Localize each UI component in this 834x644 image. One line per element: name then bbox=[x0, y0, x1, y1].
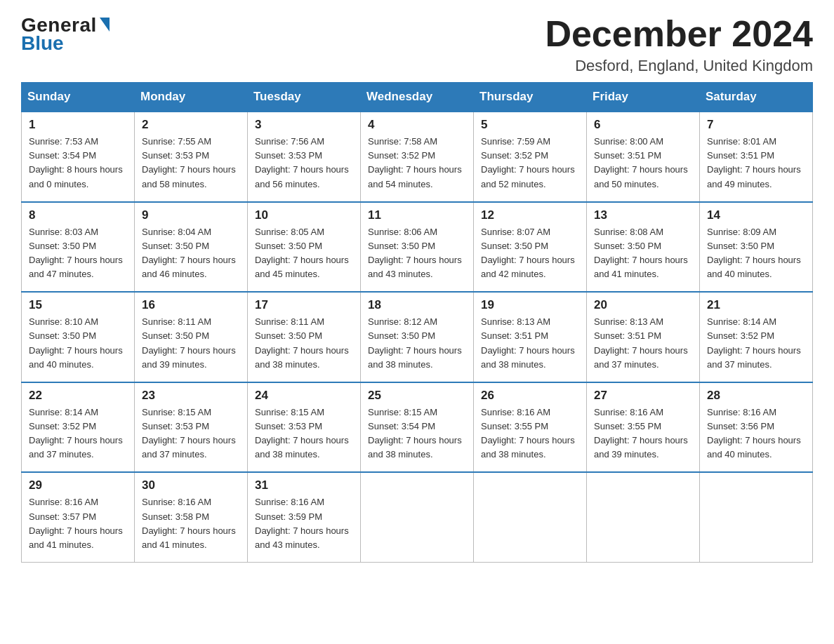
day-number: 1 bbox=[29, 118, 127, 132]
day-info: Sunrise: 8:16 AMSunset: 3:55 PMDaylight:… bbox=[594, 407, 688, 459]
month-title: December 2024 bbox=[545, 14, 813, 54]
calendar-header-wednesday: Wednesday bbox=[361, 83, 474, 112]
calendar-week-row: 29 Sunrise: 8:16 AMSunset: 3:57 PMDaylig… bbox=[22, 472, 813, 562]
calendar-day-cell: 10 Sunrise: 8:05 AMSunset: 3:50 PMDaylig… bbox=[248, 202, 361, 293]
location-title: Desford, England, United Kingdom bbox=[545, 57, 813, 75]
day-info: Sunrise: 8:15 AMSunset: 3:53 PMDaylight:… bbox=[142, 407, 236, 459]
calendar-day-cell: 1 Sunrise: 7:53 AMSunset: 3:54 PMDayligh… bbox=[22, 112, 135, 202]
calendar-day-cell: 12 Sunrise: 8:07 AMSunset: 3:50 PMDaylig… bbox=[474, 202, 587, 293]
day-number: 12 bbox=[481, 208, 579, 222]
calendar-day-cell: 8 Sunrise: 8:03 AMSunset: 3:50 PMDayligh… bbox=[22, 202, 135, 293]
calendar-day-cell: 27 Sunrise: 8:16 AMSunset: 3:55 PMDaylig… bbox=[587, 382, 700, 473]
calendar-day-cell: 31 Sunrise: 8:16 AMSunset: 3:59 PMDaylig… bbox=[248, 472, 361, 562]
calendar-day-cell: 24 Sunrise: 8:15 AMSunset: 3:53 PMDaylig… bbox=[248, 382, 361, 473]
calendar-day-cell bbox=[474, 472, 587, 562]
day-number: 4 bbox=[368, 118, 466, 132]
calendar-week-row: 1 Sunrise: 7:53 AMSunset: 3:54 PMDayligh… bbox=[22, 112, 813, 202]
calendar-header-friday: Friday bbox=[587, 83, 700, 112]
day-info: Sunrise: 8:01 AMSunset: 3:51 PMDaylight:… bbox=[707, 136, 801, 189]
logo-triangle-icon bbox=[100, 18, 110, 32]
calendar-day-cell: 28 Sunrise: 8:16 AMSunset: 3:56 PMDaylig… bbox=[700, 382, 813, 473]
day-info: Sunrise: 7:58 AMSunset: 3:52 PMDaylight:… bbox=[368, 136, 462, 189]
day-info: Sunrise: 8:14 AMSunset: 3:52 PMDaylight:… bbox=[29, 407, 123, 459]
day-number: 26 bbox=[481, 389, 579, 403]
calendar-day-cell: 25 Sunrise: 8:15 AMSunset: 3:54 PMDaylig… bbox=[361, 382, 474, 473]
day-info: Sunrise: 8:14 AMSunset: 3:52 PMDaylight:… bbox=[707, 316, 801, 369]
calendar-day-cell: 20 Sunrise: 8:13 AMSunset: 3:51 PMDaylig… bbox=[587, 292, 700, 382]
day-number: 15 bbox=[29, 298, 127, 312]
day-number: 10 bbox=[255, 208, 353, 222]
calendar-day-cell: 13 Sunrise: 8:08 AMSunset: 3:50 PMDaylig… bbox=[587, 202, 700, 293]
day-info: Sunrise: 8:09 AMSunset: 3:50 PMDaylight:… bbox=[707, 227, 801, 279]
day-info: Sunrise: 8:03 AMSunset: 3:50 PMDaylight:… bbox=[29, 227, 123, 279]
day-number: 16 bbox=[142, 298, 240, 312]
day-number: 20 bbox=[594, 298, 692, 312]
day-info: Sunrise: 8:12 AMSunset: 3:50 PMDaylight:… bbox=[368, 316, 462, 369]
day-number: 11 bbox=[368, 208, 466, 222]
logo: General Blue bbox=[21, 14, 110, 55]
day-info: Sunrise: 7:53 AMSunset: 3:54 PMDaylight:… bbox=[29, 136, 123, 189]
calendar-day-cell: 16 Sunrise: 8:11 AMSunset: 3:50 PMDaylig… bbox=[135, 292, 248, 382]
calendar-day-cell: 4 Sunrise: 7:58 AMSunset: 3:52 PMDayligh… bbox=[361, 112, 474, 202]
calendar-day-cell: 3 Sunrise: 7:56 AMSunset: 3:53 PMDayligh… bbox=[248, 112, 361, 202]
day-info: Sunrise: 8:08 AMSunset: 3:50 PMDaylight:… bbox=[594, 227, 688, 279]
day-info: Sunrise: 8:15 AMSunset: 3:53 PMDaylight:… bbox=[255, 407, 349, 459]
day-info: Sunrise: 8:13 AMSunset: 3:51 PMDaylight:… bbox=[594, 316, 688, 369]
day-number: 9 bbox=[142, 208, 240, 222]
day-info: Sunrise: 8:06 AMSunset: 3:50 PMDaylight:… bbox=[368, 227, 462, 279]
day-number: 19 bbox=[481, 298, 579, 312]
day-info: Sunrise: 8:16 AMSunset: 3:59 PMDaylight:… bbox=[255, 497, 349, 549]
calendar-day-cell: 19 Sunrise: 8:13 AMSunset: 3:51 PMDaylig… bbox=[474, 292, 587, 382]
calendar-day-cell: 2 Sunrise: 7:55 AMSunset: 3:53 PMDayligh… bbox=[135, 112, 248, 202]
calendar-header-thursday: Thursday bbox=[474, 83, 587, 112]
day-number: 30 bbox=[142, 478, 240, 492]
calendar-day-cell: 21 Sunrise: 8:14 AMSunset: 3:52 PMDaylig… bbox=[700, 292, 813, 382]
day-number: 7 bbox=[707, 118, 805, 132]
day-info: Sunrise: 8:13 AMSunset: 3:51 PMDaylight:… bbox=[481, 316, 575, 369]
day-number: 8 bbox=[29, 208, 127, 222]
calendar-day-cell: 6 Sunrise: 8:00 AMSunset: 3:51 PMDayligh… bbox=[587, 112, 700, 202]
logo-blue: Blue bbox=[21, 32, 64, 55]
calendar-day-cell: 26 Sunrise: 8:16 AMSunset: 3:55 PMDaylig… bbox=[474, 382, 587, 473]
day-info: Sunrise: 8:05 AMSunset: 3:50 PMDaylight:… bbox=[255, 227, 349, 279]
calendar-week-row: 22 Sunrise: 8:14 AMSunset: 3:52 PMDaylig… bbox=[22, 382, 813, 473]
day-number: 21 bbox=[707, 298, 805, 312]
page-header: General Blue December 2024 Desford, Engl… bbox=[21, 14, 813, 75]
day-info: Sunrise: 8:11 AMSunset: 3:50 PMDaylight:… bbox=[142, 316, 236, 369]
day-number: 24 bbox=[255, 389, 353, 403]
day-number: 2 bbox=[142, 118, 240, 132]
calendar-header-row: SundayMondayTuesdayWednesdayThursdayFrid… bbox=[22, 83, 813, 112]
calendar-header-tuesday: Tuesday bbox=[248, 83, 361, 112]
calendar-day-cell: 30 Sunrise: 8:16 AMSunset: 3:58 PMDaylig… bbox=[135, 472, 248, 562]
day-number: 25 bbox=[368, 389, 466, 403]
calendar-day-cell: 18 Sunrise: 8:12 AMSunset: 3:50 PMDaylig… bbox=[361, 292, 474, 382]
calendar-header-saturday: Saturday bbox=[700, 83, 813, 112]
calendar-day-cell: 14 Sunrise: 8:09 AMSunset: 3:50 PMDaylig… bbox=[700, 202, 813, 293]
calendar-day-cell: 29 Sunrise: 8:16 AMSunset: 3:57 PMDaylig… bbox=[22, 472, 135, 562]
calendar-table: SundayMondayTuesdayWednesdayThursdayFrid… bbox=[21, 82, 813, 563]
day-number: 17 bbox=[255, 298, 353, 312]
calendar-header-sunday: Sunday bbox=[22, 83, 135, 112]
day-info: Sunrise: 8:00 AMSunset: 3:51 PMDaylight:… bbox=[594, 136, 688, 189]
calendar-day-cell: 11 Sunrise: 8:06 AMSunset: 3:50 PMDaylig… bbox=[361, 202, 474, 293]
day-number: 29 bbox=[29, 478, 127, 492]
calendar-week-row: 15 Sunrise: 8:10 AMSunset: 3:50 PMDaylig… bbox=[22, 292, 813, 382]
day-number: 18 bbox=[368, 298, 466, 312]
day-info: Sunrise: 8:10 AMSunset: 3:50 PMDaylight:… bbox=[29, 316, 123, 369]
day-number: 6 bbox=[594, 118, 692, 132]
day-info: Sunrise: 8:16 AMSunset: 3:56 PMDaylight:… bbox=[707, 407, 801, 459]
day-info: Sunrise: 7:56 AMSunset: 3:53 PMDaylight:… bbox=[255, 136, 349, 189]
day-number: 5 bbox=[481, 118, 579, 132]
day-number: 23 bbox=[142, 389, 240, 403]
day-number: 28 bbox=[707, 389, 805, 403]
calendar-day-cell bbox=[700, 472, 813, 562]
calendar-day-cell: 17 Sunrise: 8:11 AMSunset: 3:50 PMDaylig… bbox=[248, 292, 361, 382]
day-info: Sunrise: 8:15 AMSunset: 3:54 PMDaylight:… bbox=[368, 407, 462, 459]
calendar-day-cell: 5 Sunrise: 7:59 AMSunset: 3:52 PMDayligh… bbox=[474, 112, 587, 202]
calendar-day-cell: 7 Sunrise: 8:01 AMSunset: 3:51 PMDayligh… bbox=[700, 112, 813, 202]
day-info: Sunrise: 8:04 AMSunset: 3:50 PMDaylight:… bbox=[142, 227, 236, 279]
title-block: December 2024 Desford, England, United K… bbox=[545, 14, 813, 75]
day-number: 22 bbox=[29, 389, 127, 403]
day-info: Sunrise: 7:55 AMSunset: 3:53 PMDaylight:… bbox=[142, 136, 236, 189]
day-info: Sunrise: 8:16 AMSunset: 3:57 PMDaylight:… bbox=[29, 497, 123, 549]
